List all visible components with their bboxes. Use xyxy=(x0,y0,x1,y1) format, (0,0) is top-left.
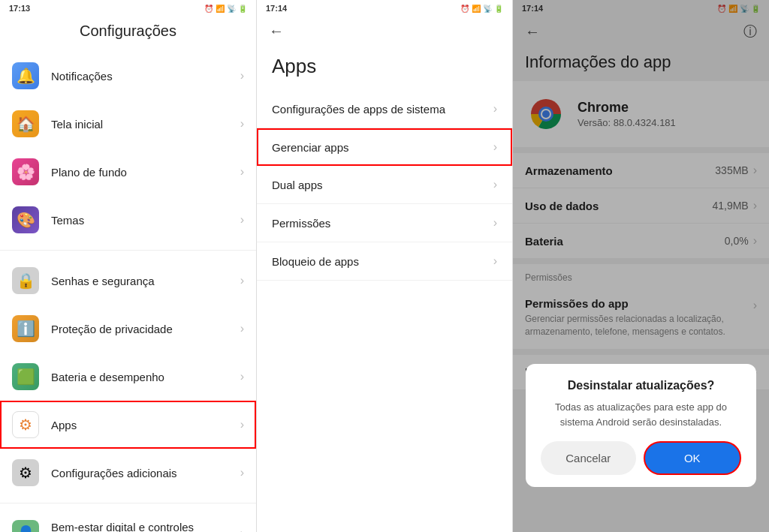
status-time-1: 17:13 xyxy=(9,4,30,13)
wellbeing-icon: 👤 xyxy=(12,520,39,532)
privacy-icon: ℹ️ xyxy=(12,315,39,342)
status-bar-2: 17:14 ⏰ 📶 📡 🔋 xyxy=(257,0,512,17)
notifications-label: Notificações xyxy=(51,70,240,83)
divider-2 xyxy=(0,503,256,503)
panel-app-info: 17:14 ⏰ 📶 📡 🔋 ← ⓘ Informações do app xyxy=(513,0,769,532)
wellbeing-chevron: › xyxy=(240,527,244,532)
apps-title: Apps xyxy=(257,46,512,84)
dialog-title: Desinstalar atualizações? xyxy=(541,379,741,392)
settings-item-home[interactable]: 🏠 Tela inicial › xyxy=(0,100,256,148)
settings-item-battery[interactable]: 🟩 Bateria e desempenho › xyxy=(0,353,256,401)
back-arrow-2[interactable]: ← xyxy=(269,23,284,40)
status-time-2: 17:14 xyxy=(266,4,287,13)
configuracoes-title: Configurações xyxy=(12,23,244,40)
battery-icon: 🔋 xyxy=(238,5,247,13)
status-icons-2: ⏰ 📶 📡 🔋 xyxy=(460,5,503,13)
status-icons-1: ⏰ 📶 📡 🔋 xyxy=(204,5,247,13)
dialog-overlay: Desinstalar atualizações? Todas as atual… xyxy=(513,0,769,532)
apps-item-manage[interactable]: Gerenciar apps › xyxy=(257,128,512,166)
home-chevron: › xyxy=(240,117,244,131)
apps-back-bar: ← xyxy=(257,17,512,46)
battery-setting-icon: 🟩 xyxy=(12,363,39,390)
dual-apps-label: Dual apps xyxy=(272,179,493,191)
home-label: Tela inicial xyxy=(51,118,240,131)
ok-button[interactable]: OK xyxy=(644,441,741,475)
battery-label: Bateria e desempenho xyxy=(51,371,240,383)
notifications-chevron: › xyxy=(240,69,244,83)
apps-item-permissions[interactable]: Permissões › xyxy=(257,204,512,242)
wallpaper-icon: 🌸 xyxy=(12,158,39,185)
settings-item-themes[interactable]: 🎨 Temas › xyxy=(0,196,256,244)
notifications-icon: 🔔 xyxy=(12,62,39,89)
apps-icon: ⚙ xyxy=(12,411,39,438)
settings-item-security[interactable]: 🔒 Senhas e segurança › xyxy=(0,257,256,305)
additional-icon: ⚙ xyxy=(12,459,39,486)
apps-item-lock[interactable]: Bloqueio de apps › xyxy=(257,242,512,281)
settings-item-apps[interactable]: ⚙ Apps › xyxy=(0,401,256,449)
app-lock-chevron: › xyxy=(493,254,497,268)
dialog-buttons: Cancelar OK xyxy=(541,441,741,475)
signal-icon-2: 📶 xyxy=(472,5,481,13)
uninstall-dialog: Desinstalar atualizações? Todas as atual… xyxy=(526,364,756,487)
permissions-chevron: › xyxy=(493,216,497,230)
settings-item-privacy[interactable]: ℹ️ Proteção de privacidade › xyxy=(0,305,256,353)
privacy-chevron: › xyxy=(240,322,244,335)
themes-icon: 🎨 xyxy=(12,206,39,233)
apps-label: Apps xyxy=(51,419,240,431)
status-bar-1: 17:13 ⏰ 📶 📡 🔋 xyxy=(0,0,256,17)
settings-item-wellbeing[interactable]: 👤 Bem-estar digital e controles parentai… xyxy=(0,509,256,532)
additional-chevron: › xyxy=(240,466,244,479)
settings-item-notifications[interactable]: 🔔 Notificações › xyxy=(0,52,256,100)
apps-item-dual[interactable]: Dual apps › xyxy=(257,166,512,204)
system-apps-chevron: › xyxy=(493,102,497,116)
security-icon: 🔒 xyxy=(12,267,39,294)
additional-label: Configurações adicionais xyxy=(51,467,240,479)
cancel-button[interactable]: Cancelar xyxy=(541,441,635,475)
panel-apps: 17:14 ⏰ 📶 📡 🔋 ← Apps Configurações de ap… xyxy=(257,0,513,532)
panel-configuracoes: 17:13 ⏰ 📶 📡 🔋 Configurações 🔔 Notificaçõ… xyxy=(0,0,257,532)
apps-chevron: › xyxy=(240,418,244,431)
app-lock-label: Bloqueio de apps xyxy=(272,255,493,268)
settings-item-additional[interactable]: ⚙ Configurações adicionais › xyxy=(0,449,256,497)
signal-icon: 📶 xyxy=(216,5,225,13)
system-apps-label: Configurações de apps de sistema xyxy=(272,103,493,116)
wellbeing-label: Bem-estar digital e controles parentais xyxy=(51,521,240,532)
privacy-label: Proteção de privacidade xyxy=(51,323,240,335)
security-label: Senhas e segurança xyxy=(51,275,240,287)
dialog-text: Todas as atualizações para este app do s… xyxy=(541,400,741,429)
alarm-icon-2: ⏰ xyxy=(460,5,469,13)
settings-list: 🔔 Notificações › 🏠 Tela inicial › 🌸 Plan… xyxy=(0,46,256,532)
wifi-icon-2: 📡 xyxy=(483,5,492,13)
wallpaper-chevron: › xyxy=(240,165,244,179)
security-chevron: › xyxy=(240,274,244,287)
divider-1 xyxy=(0,250,256,251)
themes-chevron: › xyxy=(240,213,244,227)
wifi-icon: 📡 xyxy=(227,5,236,13)
home-icon: 🏠 xyxy=(12,110,39,137)
battery-icon-2: 🔋 xyxy=(494,5,503,13)
permissions-label: Permissões xyxy=(272,217,493,230)
apps-item-system[interactable]: Configurações de apps de sistema › xyxy=(257,90,512,128)
battery-chevron: › xyxy=(240,370,244,383)
alarm-icon: ⏰ xyxy=(204,5,213,13)
wallpaper-label: Plano de fundo xyxy=(51,166,240,179)
themes-label: Temas xyxy=(51,214,240,227)
configuracoes-header: Configurações xyxy=(0,17,256,46)
manage-apps-chevron: › xyxy=(493,140,497,154)
dual-apps-chevron: › xyxy=(493,178,497,191)
settings-item-wallpaper[interactable]: 🌸 Plano de fundo › xyxy=(0,148,256,196)
manage-apps-label: Gerenciar apps xyxy=(272,141,493,154)
apps-list: Configurações de apps de sistema › Geren… xyxy=(257,84,512,532)
